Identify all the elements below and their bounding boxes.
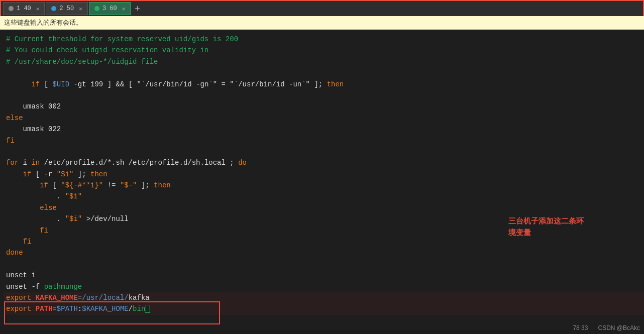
line-numbers: 78 33 bbox=[573, 324, 588, 331]
add-tab-button[interactable]: + bbox=[132, 4, 143, 13]
tab-3-close[interactable]: ✕ bbox=[122, 6, 126, 12]
tab-2-dot bbox=[51, 6, 56, 11]
code-line-10: for i in /etc/profile.d/*.sh /etc/profil… bbox=[4, 157, 644, 168]
warning-text: 这些键盘输入的所有会话。 bbox=[4, 19, 82, 26]
tab-1-label: 1 40 bbox=[17, 5, 31, 12]
code-line-11: if [ -r "$i" ]; then bbox=[4, 169, 644, 180]
code-line-3: # /usr/share/doc/setup-*/uidgid file bbox=[4, 56, 644, 67]
code-line-13: . "$i" bbox=[4, 191, 644, 202]
tab-3[interactable]: 3 60 ✕ bbox=[89, 2, 131, 15]
code-line-18: done bbox=[4, 247, 644, 258]
code-content: # Current threshold for system reserved … bbox=[0, 30, 644, 319]
annotation-text: 三台机子添加这二条环 境变量 bbox=[508, 215, 584, 238]
code-line-20: unset i bbox=[4, 270, 644, 281]
code-line-9 bbox=[4, 146, 644, 157]
export-line-1: export KAFKA_HOME=/usr/local/kafka bbox=[4, 292, 644, 303]
tab-2-label: 2 50 bbox=[59, 5, 74, 12]
tab-1[interactable]: 1 40 ✕ bbox=[3, 2, 45, 15]
tab-1-dot bbox=[9, 6, 14, 11]
code-line-8: fi bbox=[4, 135, 644, 146]
code-line-7: umask 022 bbox=[4, 124, 644, 135]
code-line-21: unset -f pathmunge bbox=[4, 281, 644, 292]
warning-banner: 这些键盘输入的所有会话。 bbox=[0, 16, 644, 30]
tab-bar: 1 40 ✕ 2 50 ✕ 3 60 ✕ + bbox=[0, 0, 644, 16]
code-line-12: if [ "${-#**i}" != "$-" ]; then bbox=[4, 180, 644, 191]
code-line-2: # You could check uidgid reservation val… bbox=[4, 45, 644, 56]
code-line-4: if [ $UID -gt 199 ] && [ "`/usr/bin/id -… bbox=[4, 67, 644, 101]
code-line-5: umask 002 bbox=[4, 101, 644, 112]
tab-1-close[interactable]: ✕ bbox=[36, 6, 40, 12]
export-line-2: export PATH=$PATH:$KAFKA_HOME/bin█ bbox=[4, 303, 644, 314]
tab-3-dot bbox=[94, 6, 99, 11]
tab-3-label: 3 60 bbox=[102, 5, 117, 12]
watermark: 78 33 CSDN @BcAkc bbox=[573, 324, 640, 331]
watermark-text: CSDN @BcAkc bbox=[598, 324, 640, 331]
code-line-19 bbox=[4, 259, 644, 270]
tab-2-close[interactable]: ✕ bbox=[79, 6, 82, 12]
code-line-14: else bbox=[4, 202, 644, 213]
tab-2[interactable]: 2 50 ✕ bbox=[46, 2, 87, 15]
code-line-6: else bbox=[4, 113, 644, 124]
code-area: # Current threshold for system reserved … bbox=[0, 30, 644, 333]
code-line-1: # Current threshold for system reserved … bbox=[4, 34, 644, 45]
